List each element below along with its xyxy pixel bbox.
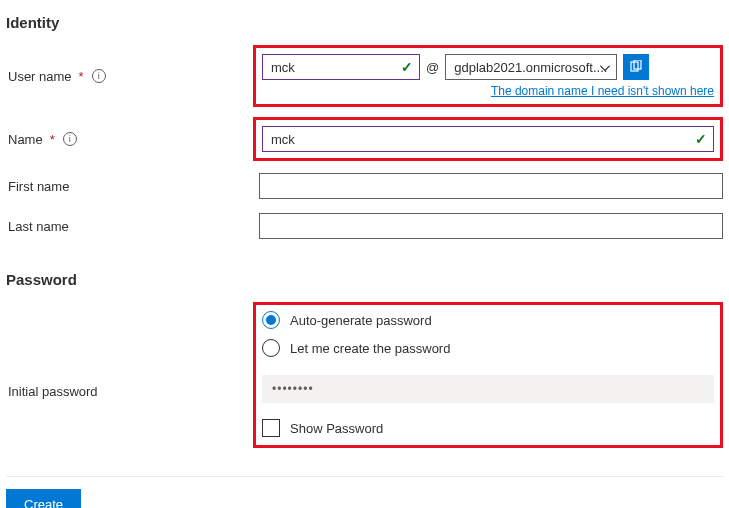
- radio-manual[interactable]: Let me create the password: [262, 339, 714, 357]
- chevron-down-icon: [600, 60, 610, 75]
- radio-auto-generate[interactable]: Auto-generate password: [262, 311, 714, 329]
- username-highlight: mck ✓ @ gdplab2021.onmicrosoft....: [253, 45, 723, 107]
- firstname-label: First name: [8, 179, 69, 194]
- info-icon[interactable]: i: [92, 69, 106, 83]
- domain-value: gdplab2021.onmicrosoft....: [454, 60, 607, 75]
- radio-auto-label: Auto-generate password: [290, 313, 432, 328]
- radio-icon: [262, 339, 280, 357]
- name-value: mck: [271, 132, 295, 147]
- domain-hint-link[interactable]: The domain name I need isn't shown here: [262, 84, 714, 98]
- initial-password-field: ••••••••: [262, 375, 714, 403]
- checkbox-icon: [262, 419, 280, 437]
- show-password-label: Show Password: [290, 421, 383, 436]
- at-symbol: @: [426, 60, 439, 75]
- username-label: User name: [8, 69, 72, 84]
- check-icon: ✓: [401, 59, 413, 75]
- radio-icon: [262, 311, 280, 329]
- lastname-input[interactable]: [259, 213, 723, 239]
- initial-password-label: Initial password: [8, 384, 98, 399]
- name-label: Name: [8, 132, 43, 147]
- password-heading: Password: [6, 271, 723, 288]
- domain-select[interactable]: gdplab2021.onmicrosoft....: [445, 54, 617, 80]
- identity-heading: Identity: [6, 14, 723, 31]
- check-icon: ✓: [695, 131, 707, 147]
- create-button[interactable]: Create: [6, 489, 81, 508]
- required-asterisk: *: [50, 132, 55, 147]
- name-highlight: mck ✓: [253, 117, 723, 161]
- username-input[interactable]: mck ✓: [262, 54, 420, 80]
- copy-icon: [629, 60, 643, 74]
- info-icon[interactable]: i: [63, 132, 77, 146]
- lastname-label: Last name: [8, 219, 69, 234]
- firstname-input[interactable]: [259, 173, 723, 199]
- required-asterisk: *: [79, 69, 84, 84]
- radio-manual-label: Let me create the password: [290, 341, 450, 356]
- name-input[interactable]: mck ✓: [262, 126, 714, 152]
- username-value: mck: [271, 60, 295, 75]
- divider: [6, 476, 723, 477]
- show-password-checkbox[interactable]: Show Password: [262, 419, 714, 437]
- password-highlight: Auto-generate password Let me create the…: [253, 302, 723, 448]
- copy-button[interactable]: [623, 54, 649, 80]
